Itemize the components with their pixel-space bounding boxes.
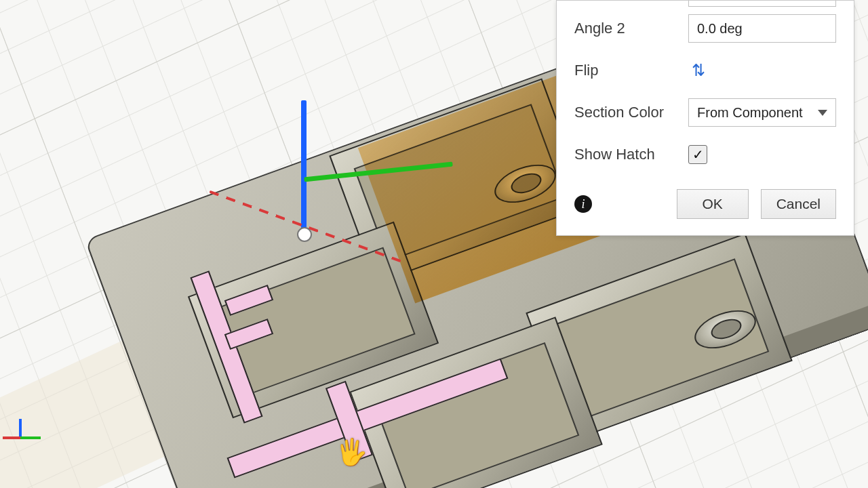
panel-row-show-hatch: Show Hatch ✓: [574, 134, 836, 176]
show-hatch-checkbox[interactable]: ✓: [688, 145, 707, 164]
panel-row-angle2: Angle 2: [574, 7, 836, 49]
section-analysis-panel: Angle 2 Flip ⇅ Section Color From Compon…: [556, 0, 854, 236]
info-icon[interactable]: i: [574, 195, 592, 213]
flip-icon[interactable]: ⇅: [688, 61, 709, 80]
flip-label: Flip: [574, 62, 676, 79]
triad-z-axis: [19, 419, 22, 438]
ok-button[interactable]: OK: [677, 189, 749, 219]
triad-x-axis: [3, 436, 20, 439]
section-color-select[interactable]: From Component: [688, 98, 836, 127]
view-axis-triad[interactable]: [3, 419, 43, 460]
pan-cursor-icon: 🖐: [336, 437, 368, 467]
section-color-value: From Component: [697, 105, 803, 121]
angle1-field[interactable]: [688, 1, 836, 7]
chevron-down-icon: [818, 110, 827, 116]
show-hatch-label: Show Hatch: [574, 146, 676, 163]
triad-y-axis: [20, 436, 41, 439]
manipulator-origin[interactable]: [297, 227, 312, 242]
cancel-button[interactable]: Cancel: [761, 189, 836, 219]
panel-footer: i OK Cancel: [574, 176, 836, 219]
panel-row-flip: Flip ⇅: [574, 49, 836, 92]
angle2-field[interactable]: [688, 14, 836, 43]
section-color-label: Section Color: [574, 104, 676, 121]
panel-row-cut: [574, 1, 836, 7]
manipulator-axis-z[interactable]: [301, 100, 307, 236]
angle2-label: Angle 2: [574, 20, 676, 37]
panel-row-section-color: Section Color From Component: [574, 92, 836, 134]
